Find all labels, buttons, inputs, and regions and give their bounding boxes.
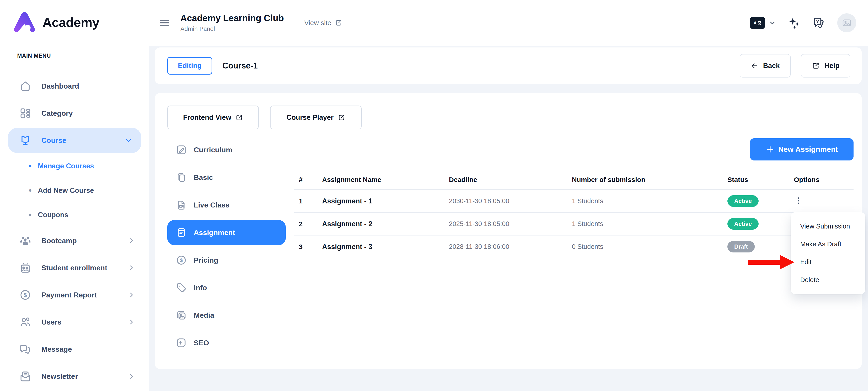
- course-player-button[interactable]: Course Player: [270, 105, 362, 129]
- tab-label: Pricing: [194, 256, 218, 264]
- col-name: Assignment Name: [316, 176, 447, 184]
- sidebar-item-student-enrollment[interactable]: Student enrollment: [0, 254, 149, 282]
- tab-seo[interactable]: SEO: [167, 329, 286, 357]
- help-label: Help: [825, 62, 839, 70]
- deadline: 2030-11-30 18:05:00: [447, 197, 570, 205]
- table-row: 2 Assignment - 2 2025-11-30 18:05:00 1 S…: [294, 213, 854, 235]
- bullet-icon: •: [29, 187, 32, 195]
- message-icon: [19, 343, 31, 355]
- external-link-icon: [812, 62, 820, 70]
- course-title: Course-1: [222, 61, 258, 70]
- submissions: 1 Students: [570, 220, 725, 228]
- page-subtitle: Admin Panel: [180, 26, 284, 33]
- assignment-table: # Assignment Name Deadline Number of sub…: [294, 170, 854, 258]
- svg-text:A: A: [754, 21, 757, 25]
- submissions: 0 Students: [570, 243, 725, 251]
- sidebar-item-users[interactable]: Users: [0, 308, 149, 336]
- back-label: Back: [763, 62, 780, 70]
- deadline: 2025-11-30 18:05:00: [447, 220, 570, 228]
- header-title-block: Academy Learning Club Admin Panel: [180, 13, 284, 33]
- col-status: Status: [725, 176, 782, 184]
- view-site-label: View site: [304, 19, 331, 27]
- svg-text:?: ?: [816, 18, 819, 24]
- brand-name: Academy: [42, 15, 99, 30]
- sidebar-item-newsletter[interactable]: Newsletter: [0, 363, 149, 390]
- photos-icon: [176, 309, 187, 321]
- notebook-icon: [176, 227, 187, 238]
- main-area: Academy Learning Club Admin Panel View s…: [149, 0, 868, 391]
- new-assignment-button[interactable]: New Assignment: [750, 138, 854, 160]
- sidebar-subitem-manage-courses[interactable]: • Manage Courses: [0, 154, 149, 178]
- newsletter-icon: [19, 370, 31, 382]
- menu-item-edit[interactable]: Edit: [791, 253, 865, 271]
- copy-icon: [176, 172, 187, 183]
- kebab-menu-icon[interactable]: [794, 194, 803, 207]
- back-button[interactable]: Back: [740, 54, 791, 77]
- tab-curriculum[interactable]: Curriculum: [167, 136, 286, 164]
- plus-icon: [766, 145, 775, 154]
- help-button[interactable]: Help: [801, 54, 850, 77]
- sidebar-item-label: Users: [41, 318, 61, 326]
- sidebar-item-label: Bootcamp: [41, 237, 76, 245]
- people-icon: [19, 235, 31, 247]
- content-area: Editing Course-1 Back Help: [149, 46, 868, 369]
- sidebar-item-course[interactable]: Course: [8, 128, 141, 153]
- col-submissions: Number of submission: [570, 176, 725, 184]
- tab-info[interactable]: Info: [167, 274, 286, 301]
- tab-live-class[interactable]: Live Class: [167, 191, 286, 219]
- sidebar-subitem-label: Manage Courses: [38, 162, 94, 170]
- editing-status-badge[interactable]: Editing: [167, 57, 212, 74]
- sidebar-nav: Dashboard Category Course • Manage C: [0, 72, 149, 390]
- sidebar-item-message[interactable]: Message: [0, 336, 149, 363]
- sidebar-subitem-label: Add New Course: [38, 187, 94, 195]
- tab-media[interactable]: Media: [167, 301, 286, 329]
- menu-item-view-submission[interactable]: View Submission: [791, 218, 865, 235]
- hamburger-menu-icon[interactable]: [158, 17, 171, 29]
- app-root: Academy MAIN MENU Dashboard Category: [0, 0, 868, 391]
- menu-item-delete[interactable]: Delete: [791, 271, 865, 289]
- status-badge: Active: [727, 218, 758, 230]
- bullet-icon: •: [29, 211, 32, 219]
- sidebar-item-dashboard[interactable]: Dashboard: [0, 72, 149, 100]
- menu-item-make-as-draft[interactable]: Make As Draft: [791, 235, 865, 253]
- external-link-icon: [335, 19, 342, 27]
- arrow-left-icon: [750, 62, 758, 70]
- tab-label: Live Class: [194, 201, 229, 209]
- chevron-right-icon: [127, 318, 135, 326]
- brand-logo[interactable]: Academy: [0, 0, 149, 35]
- chevron-right-icon: [127, 237, 135, 245]
- sidebar-item-bootcamp[interactable]: Bootcamp: [0, 227, 149, 254]
- home-icon: [19, 80, 31, 92]
- editor-split: Curriculum Basic Live Clas: [167, 136, 854, 357]
- language-selector[interactable]: A: [750, 17, 776, 29]
- status-badge: Draft: [727, 241, 755, 253]
- sidebar-item-category[interactable]: Category: [0, 100, 149, 127]
- sidebar-item-payment-report[interactable]: $ Payment Report: [0, 282, 149, 308]
- tab-label: Media: [194, 311, 214, 320]
- view-site-link[interactable]: View site: [304, 19, 343, 27]
- course-section-nav: Curriculum Basic Live Clas: [167, 136, 294, 357]
- academy-logo-icon: [12, 9, 37, 35]
- tab-label: Basic: [194, 173, 213, 182]
- col-options: Options: [782, 176, 854, 184]
- pagebar-card: Editing Course-1 Back Help: [155, 47, 862, 84]
- sidebar-subitem-coupons[interactable]: • Coupons: [0, 203, 149, 227]
- assignment-name: Assignment - 1: [316, 197, 447, 205]
- sidebar-subitem-add-new-course[interactable]: • Add New Course: [0, 178, 149, 203]
- help-chat-icon[interactable]: ?: [812, 16, 826, 29]
- submissions: 1 Students: [570, 197, 725, 205]
- translate-icon: A: [750, 17, 765, 29]
- header-actions: A ?: [750, 13, 856, 32]
- row-index: 3: [294, 243, 316, 251]
- sparkles-icon[interactable]: [788, 17, 801, 29]
- user-avatar[interactable]: [837, 13, 856, 32]
- sidebar-subitem-label: Coupons: [38, 211, 68, 219]
- tab-assignment[interactable]: Assignment: [167, 220, 286, 245]
- frontend-view-button[interactable]: Frontend View: [167, 105, 259, 129]
- tab-pricing[interactable]: $ Pricing: [167, 246, 286, 274]
- preview-toolbar: Frontend View Course Player: [167, 105, 854, 129]
- tab-basic[interactable]: Basic: [167, 164, 286, 191]
- top-header: Academy Learning Club Admin Panel View s…: [149, 0, 868, 46]
- sidebar-section-label: MAIN MENU: [17, 53, 149, 59]
- assignment-name: Assignment - 2: [316, 220, 447, 228]
